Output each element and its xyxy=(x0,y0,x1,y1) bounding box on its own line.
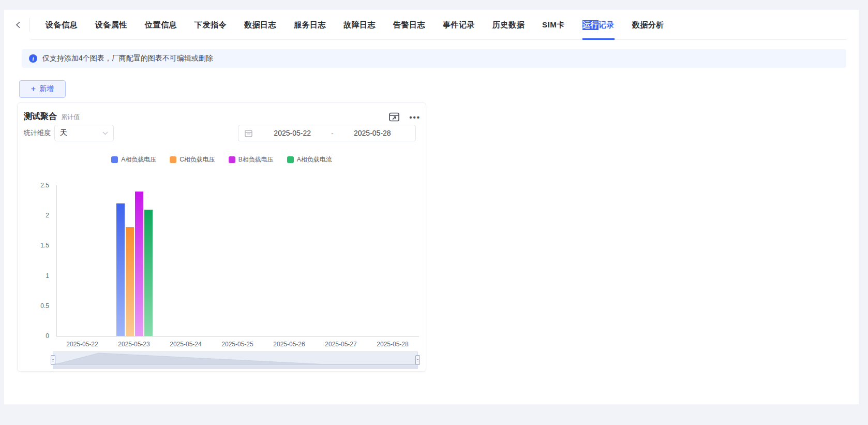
x-axis-labels: 2025-05-222025-05-232025-05-242025-05-25… xyxy=(56,341,418,349)
chevron-down-icon xyxy=(102,131,108,135)
app-panel: 设备信息设备属性位置信息下发指令数据日志服务日志故障日志告警日志事件记录历史数据… xyxy=(4,10,859,404)
tab-7[interactable]: 故障日志 xyxy=(335,10,384,40)
x-tick-label: 2025-05-23 xyxy=(118,341,149,348)
legend-swatch xyxy=(170,156,176,163)
add-button-label: 新增 xyxy=(39,84,54,94)
legend-label: B相负载电压 xyxy=(238,155,274,164)
chart-legend: A相负载电压C相负载电压B相负载电压A相负载电流 xyxy=(18,155,426,164)
tab-2[interactable]: 设备属性 xyxy=(86,10,136,40)
more-menu-icon[interactable]: ••• xyxy=(409,113,421,121)
tab-3[interactable]: 位置信息 xyxy=(136,10,186,40)
y-tick-label: 1 xyxy=(27,272,49,280)
tabbar-divider xyxy=(29,18,29,32)
legend-label: A相负载电压 xyxy=(121,155,156,164)
notice-banner: i 仅支持添加4个图表，厂商配置的图表不可编辑或删除 xyxy=(22,49,846,68)
dimension-select[interactable]: 天 xyxy=(54,125,114,141)
legend-swatch xyxy=(229,156,235,163)
tab-8[interactable]: 告警日志 xyxy=(384,10,434,40)
bar-C相负载电压-2025-05-23 xyxy=(126,227,134,336)
tab-bar: 设备信息设备属性位置信息下发指令数据日志服务日志故障日志告警日志事件记录历史数据… xyxy=(4,10,859,40)
plus-icon: + xyxy=(31,85,36,93)
date-range-picker[interactable]: 2025-05-22 - 2025-05-28 xyxy=(238,125,416,141)
date-separator: - xyxy=(329,129,335,137)
y-tick-label: 2 xyxy=(27,212,49,219)
bar-A相负载电压-2025-05-23 xyxy=(116,203,125,336)
legend-item-1[interactable]: A相负载电压 xyxy=(111,155,156,164)
card-actions: ••• xyxy=(388,112,421,122)
bar-B相负载电压-2025-05-23 xyxy=(135,192,143,336)
card-subtitle: 累计值 xyxy=(61,113,80,122)
x-tick-label: 2025-05-25 xyxy=(221,341,253,348)
tab-6[interactable]: 服务日志 xyxy=(285,10,335,40)
y-axis-labels: 00.511.522.5 xyxy=(27,185,53,336)
legend-item-3[interactable]: B相负载电压 xyxy=(229,155,274,164)
datazoom-right-handle[interactable] xyxy=(415,355,420,365)
back-chevron-icon xyxy=(15,21,21,28)
y-tick-label: 0.5 xyxy=(27,302,49,310)
tab-1[interactable]: 设备信息 xyxy=(37,10,86,40)
open-in-window-icon[interactable] xyxy=(388,112,400,122)
dimension-label: 统计维度 xyxy=(24,125,51,141)
legend-label: C相负载电压 xyxy=(179,155,215,164)
card-title: 测试聚合 xyxy=(24,111,57,122)
tab-9[interactable]: 事件记录 xyxy=(434,10,484,40)
tab-13[interactable]: 数据分析 xyxy=(623,10,673,40)
y-tick-label: 0 xyxy=(27,332,49,340)
tab-list: 设备信息设备属性位置信息下发指令数据日志服务日志故障日志告警日志事件记录历史数据… xyxy=(37,10,673,40)
legend-item-2[interactable]: C相负载电压 xyxy=(170,155,215,164)
x-tick-label: 2025-05-27 xyxy=(325,341,356,348)
datazoom-bottom-strip xyxy=(53,365,418,369)
x-tick-label: 2025-05-22 xyxy=(66,341,98,348)
card-header: 测试聚合 累计值 xyxy=(24,111,80,122)
x-tick-label: 2025-05-28 xyxy=(377,341,408,348)
legend-label: A相负载电流 xyxy=(297,155,332,164)
tab-4[interactable]: 下发指令 xyxy=(186,10,235,40)
chart-card: 测试聚合 累计值 ••• 统计维度 天 xyxy=(17,102,426,372)
date-start-value[interactable]: 2025-05-22 xyxy=(256,129,329,137)
y-tick-label: 1.5 xyxy=(27,242,49,249)
legend-swatch xyxy=(111,156,118,163)
tab-5[interactable]: 数据日志 xyxy=(235,10,285,40)
notice-text: 仅支持添加4个图表，厂商配置的图表不可编辑或删除 xyxy=(42,54,213,63)
legend-swatch xyxy=(287,156,294,163)
date-end-value[interactable]: 2025-05-28 xyxy=(336,129,409,137)
dimension-selected-value: 天 xyxy=(60,128,102,138)
calendar-icon xyxy=(245,129,252,137)
x-tick-label: 2025-05-24 xyxy=(170,341,201,348)
plot-area xyxy=(56,185,419,336)
x-tick-label: 2025-05-26 xyxy=(273,341,305,348)
datazoom-data-shadow xyxy=(53,351,418,365)
back-button[interactable] xyxy=(12,19,24,31)
tab-11[interactable]: SIM卡 xyxy=(533,10,574,40)
legend-item-4[interactable]: A相负载电流 xyxy=(287,155,332,164)
tab-12[interactable]: 运行记录 xyxy=(574,10,623,40)
bar-A相负载电流-2025-05-23 xyxy=(144,210,153,336)
add-chart-button[interactable]: + 新增 xyxy=(19,80,66,98)
tabbar-bottom-rule xyxy=(31,39,846,40)
info-circle-icon: i xyxy=(29,54,37,63)
active-tab-underline xyxy=(582,38,615,40)
y-tick-label: 2.5 xyxy=(27,182,49,189)
tab-10[interactable]: 历史数据 xyxy=(484,10,533,40)
datazoom-slider[interactable] xyxy=(53,351,418,369)
datazoom-left-handle[interactable] xyxy=(51,355,55,365)
